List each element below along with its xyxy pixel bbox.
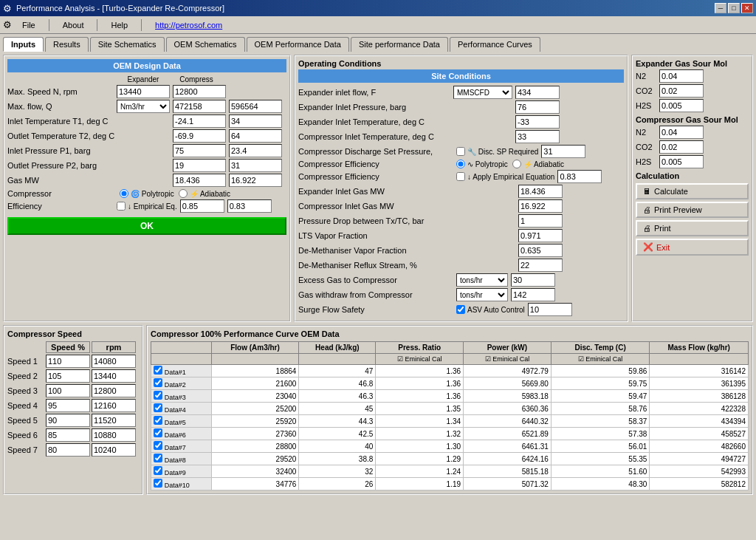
check-data-4[interactable] [154,416,162,425]
radio-adiabatic[interactable] [179,189,188,198]
check-cell-3[interactable]: Data#4 [151,403,212,415]
check-cell-6[interactable]: Data#7 [151,440,212,453]
tab-oem-performance[interactable]: OEM Performance Data [247,37,349,52]
input-outlet-temp-t2-exp[interactable] [173,129,226,143]
input-outlet-p2-exp[interactable] [173,159,226,172]
menu-help[interactable]: Help [106,19,132,31]
menu-link[interactable]: http://petrosof.com [151,19,227,31]
menu-file[interactable]: File [18,19,40,31]
check-cell-7[interactable]: Data#8 [151,453,212,465]
input-exp-gas-mw[interactable] [518,185,563,198]
input-speed-pct-3[interactable] [46,399,90,412]
check-cell-8[interactable]: Data#9 [151,465,212,478]
input-inlet-temp-t1-comp[interactable] [229,115,282,128]
input-max-flow-exp[interactable] [173,100,226,113]
check-data-5[interactable] [154,428,162,437]
input-excess-gas[interactable] [511,273,555,287]
input-comp-inlet-temp[interactable] [515,130,560,143]
input-inlet-temp-t1-exp[interactable] [173,115,226,128]
input-exp-inlet-temp[interactable] [515,115,560,129]
input-comp-gas-n2[interactable] [659,126,704,139]
input-rpm-1[interactable] [92,369,136,383]
input-outlet-temp-t2-comp[interactable] [229,129,282,143]
check-data-7[interactable] [154,454,162,462]
input-surge-flow[interactable] [528,303,572,316]
input-rpm-0[interactable] [92,355,136,368]
check-cell-9[interactable]: Data#10 [151,478,212,491]
tab-performance-curves[interactable]: Performance Curves [450,37,540,52]
input-speed-pct-4[interactable] [46,414,90,427]
input-max-speed-exp[interactable] [117,85,170,98]
check-cell-0[interactable]: Data#1 [151,365,212,377]
check-data-0[interactable] [154,366,162,375]
input-exp-gas-h2s[interactable] [659,99,704,112]
input-rpm-6[interactable] [92,443,136,457]
tab-site-performance[interactable]: Site performance Data [351,37,448,52]
close-button[interactable]: ✕ [741,3,753,13]
select-excess-gas-unit[interactable]: tons/hr [456,273,508,287]
input-speed-pct-2[interactable] [46,384,90,397]
input-inlet-p1-comp[interactable] [229,144,282,157]
input-comp-gas-h2s[interactable] [659,155,704,168]
input-gas-withdraw[interactable] [511,288,555,301]
radio-polytropic-site[interactable] [456,160,465,168]
check-disc-sp[interactable] [456,147,465,156]
input-comp-gas-co2[interactable] [659,140,704,154]
check-data-9[interactable] [154,479,162,488]
check-asv-auto[interactable] [456,305,465,314]
select-flow-unit[interactable]: Nm3/hr [117,100,170,113]
input-reflux-stream[interactable] [518,259,563,272]
check-empirical-eq[interactable] [117,202,126,211]
minimize-button[interactable]: ─ [715,3,726,13]
input-eff-comp[interactable] [227,199,272,213]
input-lts-vapor[interactable] [518,229,563,242]
input-comp-gas-mw[interactable] [518,199,563,213]
select-flow-unit-site[interactable]: MMSCFD [453,86,512,99]
input-comp-discharge-pressure[interactable] [541,145,585,158]
radio-polytropic[interactable] [120,189,128,198]
check-data-6[interactable] [154,441,162,450]
check-cell-2[interactable]: Data#3 [151,390,212,403]
input-speed-pct-1[interactable] [46,369,90,383]
tab-inputs[interactable]: Inputs [3,37,44,52]
input-inlet-p1-exp[interactable] [173,144,226,157]
select-gas-withdraw-unit[interactable]: tons/hr [456,288,508,301]
input-rpm-5[interactable] [92,428,136,442]
input-speed-pct-5[interactable] [46,428,90,442]
input-rpm-3[interactable] [92,399,136,412]
check-apply-empirical[interactable] [456,172,465,181]
input-comp-efficiency[interactable] [557,170,602,183]
input-expander-inlet-flow[interactable] [515,86,560,99]
check-data-3[interactable] [154,403,162,412]
menu-about[interactable]: About [58,19,89,31]
check-cell-1[interactable]: Data#2 [151,377,212,390]
tab-site-schematics[interactable]: Site Schematics [90,37,165,52]
print-button[interactable]: 🖨 Print [636,220,749,236]
input-exp-inlet-pressure[interactable] [515,100,560,114]
check-cell-5[interactable]: Data#6 [151,428,212,440]
input-max-speed-comp[interactable] [173,85,226,98]
input-gas-mw-exp[interactable] [173,174,226,187]
check-data-1[interactable] [154,378,162,387]
maximize-button[interactable]: □ [728,3,740,13]
print-preview-button[interactable]: 🖨 Print Preview [636,202,749,218]
check-data-2[interactable] [154,391,162,400]
input-outlet-p2-comp[interactable] [229,159,282,172]
tab-oem-schematics[interactable]: OEM Schematics [166,37,245,52]
check-data-8[interactable] [154,466,162,475]
input-rpm-2[interactable] [92,384,136,397]
input-speed-pct-6[interactable] [46,443,90,457]
input-eff-exp[interactable] [180,199,224,213]
input-gas-mw-comp[interactable] [229,174,282,187]
input-exp-gas-n2[interactable] [659,69,704,83]
radio-adiabatic-site[interactable] [512,160,521,168]
input-rpm-4[interactable] [92,414,136,427]
ok-button[interactable]: OK [7,217,286,235]
input-speed-pct-0[interactable] [46,355,90,368]
input-max-flow-comp[interactable] [229,100,282,113]
input-exp-gas-co2[interactable] [659,84,704,98]
input-demethaniser-vapor[interactable] [518,244,563,257]
calculate-button[interactable]: 🖩 Calculate [636,183,749,199]
exit-button[interactable]: ❌ Exit [636,239,749,256]
tab-results[interactable]: Results [45,37,89,52]
